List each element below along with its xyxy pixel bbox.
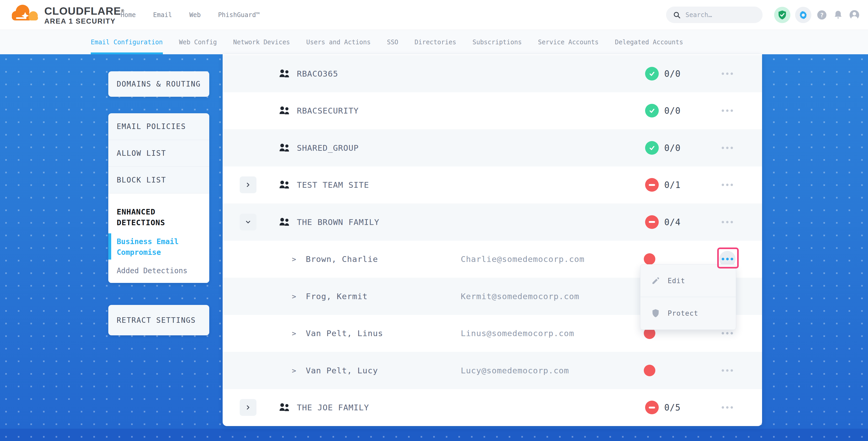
member-email: Linus@somedemocorp.com — [461, 328, 574, 338]
protection-fraction: 0/4 — [664, 217, 681, 227]
minus-icon — [649, 184, 655, 186]
row-menu-button[interactable] — [720, 184, 735, 186]
top-nav: Home Email Web PhishGuard™ — [121, 0, 259, 30]
minus-icon — [649, 221, 655, 223]
table-row: > Van Pelt, Lucy Lucy@somedemocorp.com — [223, 352, 762, 389]
sidebar-item-email-policies[interactable]: EMAIL POLICIES — [108, 113, 209, 140]
top-nav-home[interactable]: Home — [121, 11, 136, 19]
expand-row-button[interactable] — [240, 177, 256, 193]
account-button[interactable] — [848, 9, 860, 21]
tab-directories[interactable]: Directories — [414, 30, 456, 54]
search-input[interactable] — [685, 11, 751, 19]
tab-users-and-actions[interactable]: Users and Actions — [306, 30, 371, 54]
table-row: RBACO365 0/0 — [223, 55, 762, 92]
chevron-down-icon — [245, 219, 251, 225]
shield-check-icon — [778, 10, 787, 20]
row-menu-button[interactable] — [720, 221, 735, 223]
enhanced-detections-title[interactable]: ENHANCED DETECTIONS — [117, 207, 172, 228]
row-menu-button[interactable] — [720, 109, 735, 112]
settings-button[interactable] — [795, 7, 811, 23]
member-name: Van Pelt, Linus — [306, 328, 383, 338]
table-row: THE BROWN FAMILY 0/4 — [223, 203, 762, 241]
expand-row-button[interactable] — [240, 399, 256, 416]
email-policies-label: EMAIL POLICIES — [117, 122, 186, 131]
tab-delegated-accounts[interactable]: Delegated Accounts — [615, 30, 683, 54]
top-nav-email[interactable]: Email — [153, 11, 172, 19]
member-chevron: > — [292, 329, 296, 338]
sidebar-section-enhanced-detections: ENHANCED DETECTIONS Business Email Compr… — [108, 193, 209, 283]
chevron-right-icon — [245, 182, 251, 188]
tab-sso[interactable]: SSO — [387, 30, 398, 54]
sidebar-item-block-list[interactable]: BLOCK LIST — [108, 167, 209, 193]
table-row: TEST TEAM SITE 0/1 — [223, 166, 762, 204]
sidebar-item-added-detections[interactable]: Added Detections — [117, 266, 201, 275]
allow-list-label: ALLOW LIST — [117, 149, 166, 158]
row-menu-button[interactable] — [720, 369, 735, 372]
member-email: Charlie@somedemocorp.com — [461, 254, 585, 264]
bell-icon — [833, 10, 843, 20]
brand-text: CLOUDFLARE® AREA 1 SECURITY — [44, 3, 124, 26]
minus-icon — [649, 407, 655, 408]
main-content: DOMAINS & ROUTING EMAIL POLICIES ALLOW L… — [0, 54, 868, 441]
row-menu-button[interactable] — [720, 147, 735, 149]
cloudflare-logo[interactable]: CLOUDFLARE® AREA 1 SECURITY — [10, 3, 124, 26]
sidebar-policies-card: EMAIL POLICIES ALLOW LIST BLOCK LIST ENH… — [108, 113, 209, 283]
group-icon — [279, 69, 290, 78]
row-context-menu: Edit Protect — [640, 264, 736, 330]
brand-name: CLOUDFLARE — [44, 5, 121, 17]
search-icon — [673, 11, 681, 19]
row-menu-button[interactable] — [720, 332, 735, 335]
header-actions: ? — [666, 0, 860, 30]
table-row: THE JOE FAMILY 0/5 — [223, 389, 762, 426]
group-icon — [279, 403, 290, 412]
row-menu-button[interactable] — [720, 72, 735, 75]
protection-fraction: 0/1 — [664, 180, 681, 190]
status-badge-ok — [645, 104, 659, 118]
context-menu-item-protect[interactable]: Protect — [640, 297, 736, 329]
brand-subtitle: AREA 1 SECURITY — [44, 17, 124, 26]
sidebar-item-domains-routing[interactable]: DOMAINS & ROUTING — [108, 71, 209, 97]
group-icon — [279, 106, 290, 115]
member-name: Van Pelt, Lucy — [306, 366, 378, 375]
collapse-row-button[interactable] — [240, 214, 256, 230]
notifications-button[interactable] — [832, 9, 844, 21]
top-nav-web[interactable]: Web — [189, 11, 200, 19]
block-list-label: BLOCK LIST — [117, 176, 166, 184]
sidebar-item-business-email-compromise[interactable]: Business Email Compromise — [117, 236, 184, 258]
avatar-icon — [848, 9, 860, 21]
domains-routing-label: DOMAINS & ROUTING — [117, 80, 201, 88]
tab-network-devices[interactable]: Network Devices — [233, 30, 290, 54]
protection-fraction: 0/0 — [664, 106, 681, 116]
status-dot-alert — [644, 253, 655, 265]
status-badge-alert — [645, 178, 659, 192]
sidebar-item-allow-list[interactable]: ALLOW LIST — [108, 140, 209, 167]
group-name: THE BROWN FAMILY — [297, 217, 379, 227]
status-badge-alert — [645, 401, 659, 414]
member-name: Brown, Charlie — [306, 254, 378, 264]
group-icon — [279, 180, 290, 189]
group-icon — [279, 218, 290, 226]
member-name: Frog, Kermit — [306, 291, 368, 301]
group-name: RBACO365 — [297, 69, 338, 78]
help-button[interactable]: ? — [816, 9, 828, 21]
row-menu-button[interactable] — [720, 406, 735, 409]
tab-web-config[interactable]: Web Config — [179, 30, 217, 54]
group-name: SHARED_GROUP — [297, 143, 359, 153]
protect-label: Protect — [668, 309, 698, 317]
tab-subscriptions[interactable]: Subscriptions — [472, 30, 522, 54]
context-menu-item-edit[interactable]: Edit — [640, 264, 736, 297]
svg-text:?: ? — [820, 11, 824, 18]
sidebar-item-retract-settings[interactable]: RETRACT SETTINGS — [108, 305, 209, 335]
tab-service-accounts[interactable]: Service Accounts — [538, 30, 599, 54]
tab-email-configuration[interactable]: Email Configuration — [91, 30, 163, 54]
table-row: RBACSECURITY 0/0 — [223, 92, 762, 129]
question-circle-icon: ? — [816, 9, 827, 21]
member-chevron: > — [292, 292, 296, 300]
search-bar[interactable] — [666, 6, 763, 23]
section-tabs: Email Configuration Web Config Network D… — [0, 30, 868, 54]
status-dot-alert — [644, 365, 655, 376]
top-nav-phishguard[interactable]: PhishGuard™ — [218, 11, 259, 19]
verified-shield-button[interactable] — [774, 7, 790, 23]
status-badge-ok — [645, 67, 659, 81]
protection-fraction: 0/0 — [664, 143, 681, 153]
